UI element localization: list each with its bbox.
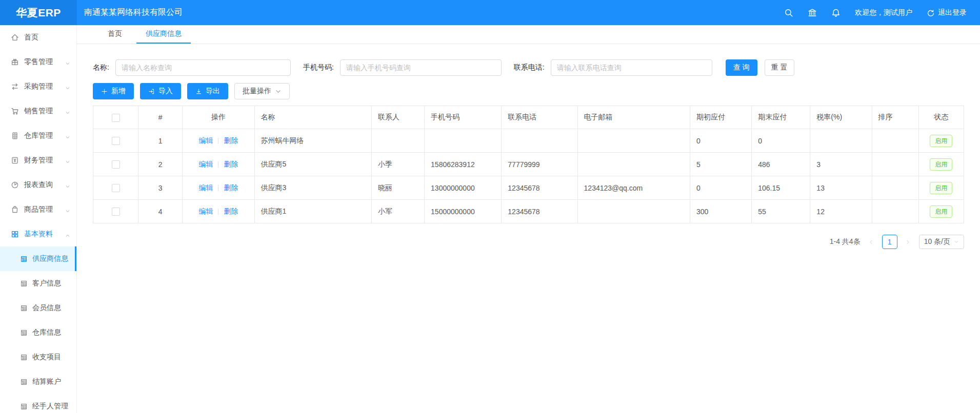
doc-list-icon [20, 255, 28, 263]
delete-link[interactable]: 删除 [224, 136, 238, 144]
row-sort-cell [872, 200, 918, 223]
welcome-text: 欢迎您，测试用户 [855, 8, 912, 17]
reset-button[interactable]: 重 置 [765, 59, 794, 76]
tab-active[interactable]: 供应商信息 [136, 25, 191, 44]
sidebar-item[interactable]: 商品管理 [0, 197, 76, 222]
row-index-cell: 4 [138, 200, 183, 223]
batch-actions-button[interactable]: 批量操作 [234, 83, 290, 99]
row-checkbox[interactable] [112, 160, 120, 169]
tab-item[interactable]: 首页 [98, 25, 131, 44]
sidebar-subitem[interactable]: 经手人管理 [0, 394, 76, 413]
row-end-payable-cell: 106.15 [752, 176, 810, 200]
search-icon[interactable] [784, 8, 793, 17]
chevron-down-icon [65, 109, 70, 114]
main-content: 首页供应商信息 名称:手机号码:联系电话: 查 询 重 置 新增 导入 导出 批… [77, 25, 980, 413]
edit-link[interactable]: 编辑 [198, 183, 213, 192]
sidebar-subitem[interactable]: 供应商信息 [0, 246, 76, 271]
search-input[interactable] [340, 59, 502, 76]
column-header: 操作 [183, 106, 254, 129]
delete-link[interactable]: 删除 [224, 160, 238, 168]
row-name-cell: 供应商1 [254, 200, 371, 223]
column-header: 期末应付 [752, 106, 810, 129]
column-header: 期初应付 [690, 106, 751, 129]
doc-list-icon [20, 304, 28, 312]
sidebar-subitem[interactable]: 客户信息 [0, 271, 76, 296]
chevron-down-icon [65, 158, 70, 163]
row-end-payable-cell: 486 [752, 153, 810, 176]
sidebar-item[interactable]: 零售管理 [0, 50, 76, 74]
sidebar-subitem[interactable]: 结算账户 [0, 369, 76, 394]
bell-icon[interactable] [831, 8, 841, 17]
sidebar-item[interactable]: 基本资料 [0, 222, 76, 246]
row-index-cell: 1 [138, 129, 183, 153]
prev-page-button[interactable] [866, 235, 877, 249]
status-badge: 启用 [930, 158, 952, 171]
sidebar-subitem[interactable]: 会员信息 [0, 296, 76, 320]
search-input[interactable] [115, 59, 291, 76]
column-header: 排序 [872, 106, 918, 129]
sidebar-subitem-label: 会员信息 [32, 303, 61, 313]
next-page-button[interactable] [903, 235, 914, 249]
header-actions: 欢迎您，测试用户 退出登录 [784, 8, 980, 17]
doc-list-icon [20, 354, 28, 361]
logout-label: 退出登录 [938, 8, 967, 17]
sidebar-item[interactable]: 首页 [0, 25, 76, 50]
sidebar-subitem[interactable]: 仓库信息 [0, 320, 76, 345]
row-contact-cell: 小军 [371, 200, 424, 223]
delete-link[interactable]: 删除 [224, 207, 238, 215]
row-contact-cell: 小季 [371, 153, 424, 176]
sidebar-item[interactable]: 报表查询 [0, 173, 76, 197]
row-tax-cell: 13 [810, 176, 872, 200]
edit-link[interactable]: 编辑 [198, 136, 213, 144]
export-button[interactable]: 导出 [187, 83, 228, 99]
logout-button[interactable]: 退出登录 [927, 8, 967, 17]
select-all-checkbox[interactable] [112, 114, 120, 122]
row-begin-payable-cell: 0 [690, 129, 751, 153]
import-button[interactable]: 导入 [140, 83, 181, 99]
sidebar-item[interactable]: 仓库管理 [0, 123, 76, 148]
row-checkbox[interactable] [112, 208, 120, 216]
query-button[interactable]: 查 询 [726, 59, 757, 76]
logout-icon [927, 9, 935, 17]
sidebar-item[interactable]: 销售管理 [0, 99, 76, 123]
doc-list-icon [20, 329, 28, 337]
sidebar-subitem[interactable]: 收支项目 [0, 345, 76, 369]
chevron-down-icon [65, 84, 70, 89]
sidebar-subitem-label: 结算账户 [32, 377, 61, 386]
table-row: 3编辑删除供应商3晓丽13000000000123456781234123@qq… [93, 176, 964, 200]
sidebar-item-label: 报表查询 [24, 180, 53, 190]
sidebar-item[interactable]: 财务管理 [0, 148, 76, 173]
page-size-select[interactable]: 10 条/页 [919, 235, 964, 249]
row-checkbox[interactable] [112, 184, 120, 192]
row-select-cell [93, 153, 138, 176]
action-divider [218, 138, 218, 144]
sidebar-item-label: 采购管理 [24, 82, 53, 91]
row-tel-cell [502, 129, 577, 153]
row-tax-cell: 3 [810, 153, 872, 176]
row-select-cell [93, 200, 138, 223]
doc-list-icon [20, 378, 28, 386]
sidebar-menu: 首页零售管理采购管理销售管理仓库管理财务管理报表查询商品管理基本资料供应商信息客… [0, 25, 76, 413]
edit-link[interactable]: 编辑 [198, 207, 213, 215]
search-field-group: 名称: [93, 59, 291, 76]
search-input[interactable] [551, 59, 712, 76]
row-contact-cell [371, 129, 424, 153]
bank-icon[interactable] [808, 8, 817, 17]
sidebar-item[interactable]: 采购管理 [0, 74, 76, 99]
sidebar-subitem-label: 供应商信息 [32, 254, 68, 263]
column-header: 联系电话 [502, 106, 577, 129]
add-button[interactable]: 新增 [93, 83, 134, 99]
doc-list-icon [20, 280, 28, 287]
row-email-cell [577, 153, 690, 176]
chevron-down-icon [65, 207, 70, 212]
edit-link[interactable]: 编辑 [198, 160, 213, 168]
current-page-button[interactable]: 1 [882, 235, 897, 249]
app-logo: 华夏ERP [0, 0, 77, 25]
row-status-cell: 启用 [918, 200, 964, 223]
delete-link[interactable]: 删除 [224, 183, 238, 192]
pagination-total: 1-4 共4条 [830, 237, 861, 246]
row-checkbox[interactable] [112, 137, 120, 145]
sidebar-item-label: 零售管理 [24, 57, 53, 67]
sidebar-subitem-label: 客户信息 [32, 279, 61, 288]
toolbar: 新增 导入 导出 批量操作 [77, 83, 980, 99]
